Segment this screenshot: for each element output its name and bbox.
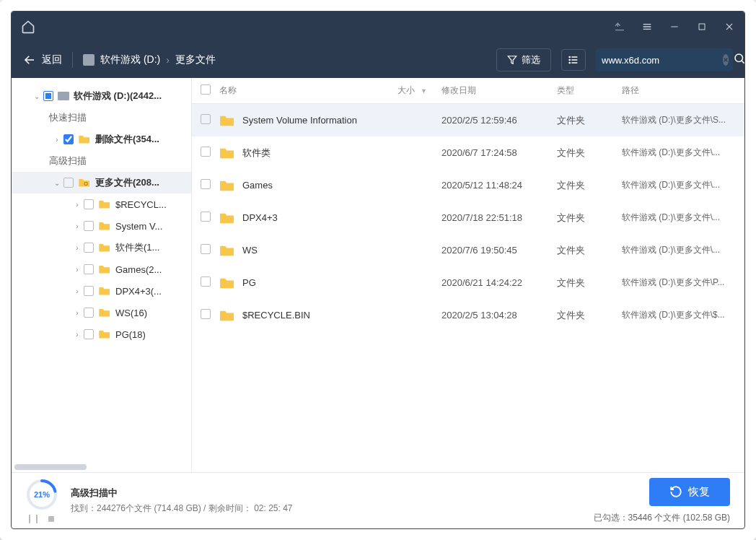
minimize-icon[interactable] xyxy=(668,20,681,33)
close-icon[interactable] xyxy=(723,20,736,33)
chevron-down-icon[interactable]: ⌄ xyxy=(52,179,62,187)
filter-label: 筛选 xyxy=(522,53,540,66)
chevron-right-icon[interactable]: › xyxy=(72,309,82,317)
sidebar-horizontal-scrollbar[interactable] xyxy=(12,462,191,472)
tree-item-label: Games(2... xyxy=(115,264,162,275)
checkbox[interactable] xyxy=(63,134,74,144)
home-icon[interactable] xyxy=(20,19,36,35)
file-row[interactable]: 软件类 2020/6/7 17:24:58 文件夹 软件游戏 (D:)\更多文件… xyxy=(192,136,744,169)
list-view-toggle[interactable] xyxy=(561,49,586,71)
tree-more-files[interactable]: ⌄ 更多文件(208... xyxy=(12,172,191,193)
tree-child[interactable]: › Games(2... xyxy=(12,258,191,280)
row-checkbox[interactable] xyxy=(201,244,211,254)
pause-icon[interactable]: ❙❙ xyxy=(26,513,40,523)
file-name: $RECYCLE.BIN xyxy=(242,310,310,321)
checkbox[interactable] xyxy=(84,221,94,231)
file-row[interactable]: System Volume Information 2020/2/5 12:59… xyxy=(192,104,744,136)
tree-child[interactable]: › WS(16) xyxy=(12,302,191,323)
row-checkbox[interactable] xyxy=(201,114,211,124)
breadcrumb-current: 更多文件 xyxy=(175,53,216,66)
status-bar: 21% ❙❙ ◼ 高级扫描中 找到：244276个文件 (714.48 GB) … xyxy=(12,472,744,528)
file-name: Games xyxy=(242,180,273,191)
row-checkbox[interactable] xyxy=(201,147,211,157)
menu-icon[interactable] xyxy=(641,20,654,33)
chevron-right-icon: › xyxy=(166,54,170,66)
chevron-right-icon[interactable]: › xyxy=(52,136,62,144)
share-icon[interactable] xyxy=(613,20,626,33)
folder-icon xyxy=(219,179,235,192)
tree-root-label: 软件游戏 (D:)(2442... xyxy=(74,90,162,103)
disk-icon xyxy=(58,92,69,100)
row-checkbox[interactable] xyxy=(201,179,211,189)
tree-child[interactable]: › $RECYCL... xyxy=(12,193,191,215)
breadcrumb[interactable]: 软件游戏 (D:) › 更多文件 xyxy=(83,53,486,66)
checkbox[interactable] xyxy=(63,178,74,188)
file-row[interactable]: Games 2020/5/12 11:48:24 文件夹 软件游戏 (D:)\更… xyxy=(192,169,744,201)
checkbox[interactable] xyxy=(84,286,94,296)
chevron-right-icon[interactable]: › xyxy=(72,222,82,230)
folder-icon xyxy=(98,199,111,209)
quick-scan-section: 快速扫描 xyxy=(12,107,191,129)
folder-icon xyxy=(219,147,235,160)
tree-root[interactable]: ⌄ 软件游戏 (D:)(2442... xyxy=(12,85,191,107)
checkbox[interactable] xyxy=(84,243,94,253)
titlebar xyxy=(12,12,744,42)
checkbox[interactable] xyxy=(84,264,94,274)
adv-scan-section: 高级扫描 xyxy=(12,150,191,172)
chevron-down-icon[interactable]: ⌄ xyxy=(32,92,42,100)
checkbox-partial[interactable] xyxy=(43,91,53,101)
chevron-right-icon[interactable]: › xyxy=(72,287,82,295)
row-checkbox[interactable] xyxy=(201,212,211,222)
chevron-right-icon[interactable]: › xyxy=(72,266,82,274)
recover-button[interactable]: 恢复 xyxy=(649,478,730,506)
folder-icon xyxy=(98,329,111,339)
col-size[interactable]: 大小▼ xyxy=(384,84,441,97)
col-date[interactable]: 修改日期 xyxy=(441,84,557,97)
search-icon[interactable] xyxy=(733,52,745,68)
col-path[interactable]: 路径 xyxy=(622,84,744,97)
tree-child[interactable]: › PG(18) xyxy=(12,323,191,345)
file-name: PG xyxy=(242,277,256,288)
file-type: 文件夹 xyxy=(557,179,622,192)
file-row[interactable]: DPX4+3 2020/7/18 22:51:18 文件夹 软件游戏 (D:)\… xyxy=(192,201,744,234)
file-date: 2020/6/21 14:24:22 xyxy=(441,277,557,288)
divider xyxy=(72,52,73,68)
chevron-right-icon[interactable]: › xyxy=(72,331,82,339)
svg-point-13 xyxy=(569,59,570,60)
checkbox[interactable] xyxy=(84,308,94,318)
clear-search-icon[interactable] xyxy=(723,54,729,66)
file-type: 文件夹 xyxy=(557,147,622,160)
tree-child[interactable]: › 软件类(1... xyxy=(12,237,191,258)
svg-point-14 xyxy=(569,62,570,63)
recover-label: 恢复 xyxy=(688,485,710,499)
tree-child[interactable]: › DPX4+3(... xyxy=(12,280,191,302)
checkbox[interactable] xyxy=(84,199,94,209)
col-name[interactable]: 名称 xyxy=(219,84,384,97)
file-row[interactable]: PG 2020/6/21 14:24:22 文件夹 软件游戏 (D:)\更多文件… xyxy=(192,266,744,299)
search-box[interactable] xyxy=(596,48,733,71)
scan-status-detail: 找到：244276个文件 (714.48 GB) / 剩余时间： 02: 25:… xyxy=(71,502,293,515)
folder-icon xyxy=(98,221,111,231)
checkbox[interactable] xyxy=(84,329,94,339)
maximize-icon[interactable] xyxy=(695,20,708,33)
sort-desc-icon: ▼ xyxy=(421,87,427,95)
stop-icon[interactable]: ◼ xyxy=(48,513,55,523)
file-date: 2020/2/5 13:04:28 xyxy=(441,310,557,321)
tree-deleted-files[interactable]: › 删除文件(354... xyxy=(12,129,191,150)
filter-button[interactable]: 筛选 xyxy=(496,48,551,71)
tree-item-label: 更多文件(208... xyxy=(95,176,159,189)
folder-icon xyxy=(219,244,235,257)
col-type[interactable]: 类型 xyxy=(557,84,622,97)
search-input[interactable] xyxy=(602,55,723,66)
row-checkbox[interactable] xyxy=(201,276,211,287)
chevron-right-icon[interactable]: › xyxy=(72,244,82,252)
row-checkbox[interactable] xyxy=(201,309,211,319)
tree-item-label: PG(18) xyxy=(115,329,146,340)
file-row[interactable]: $RECYCLE.BIN 2020/2/5 13:04:28 文件夹 软件游戏 … xyxy=(192,299,744,331)
folder-icon xyxy=(78,134,91,144)
tree-child[interactable]: › System V... xyxy=(12,215,191,237)
file-row[interactable]: WS 2020/7/6 19:50:45 文件夹 软件游戏 (D:)\更多文件\… xyxy=(192,234,744,266)
select-all-checkbox[interactable] xyxy=(201,84,211,95)
chevron-right-icon[interactable]: › xyxy=(72,201,82,209)
back-button[interactable]: 返回 xyxy=(23,53,62,66)
